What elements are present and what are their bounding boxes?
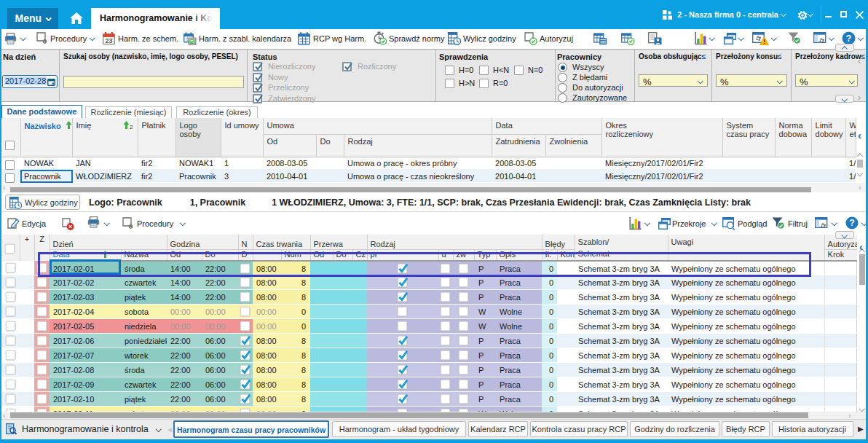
svg-text:?: ? bbox=[846, 33, 852, 44]
svg-text:?: ? bbox=[849, 218, 855, 228]
svg-text:23: 23 bbox=[105, 37, 112, 44]
